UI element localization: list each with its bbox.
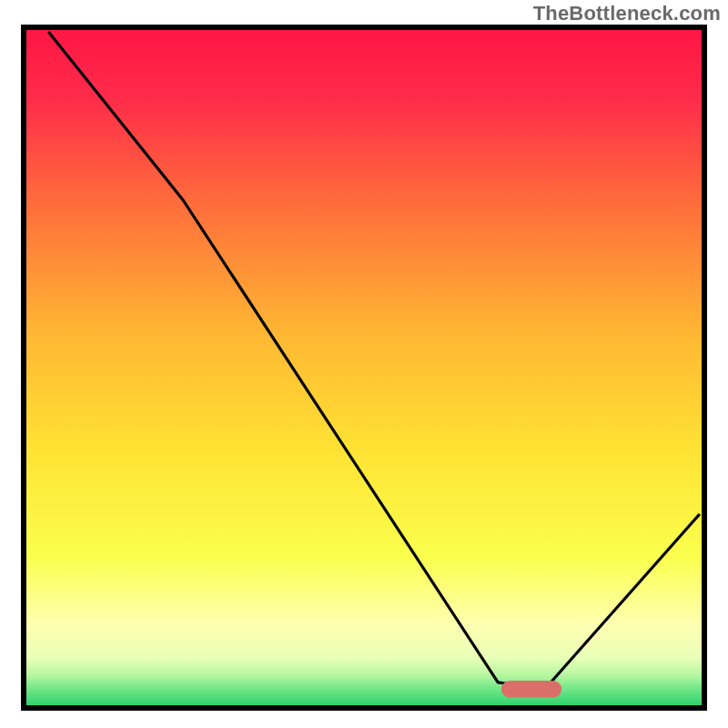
optimum-marker [501,681,561,697]
watermark-text: TheBottleneck.com [533,2,721,25]
bottleneck-chart [0,0,728,728]
chart-container: TheBottleneck.com [0,0,728,728]
